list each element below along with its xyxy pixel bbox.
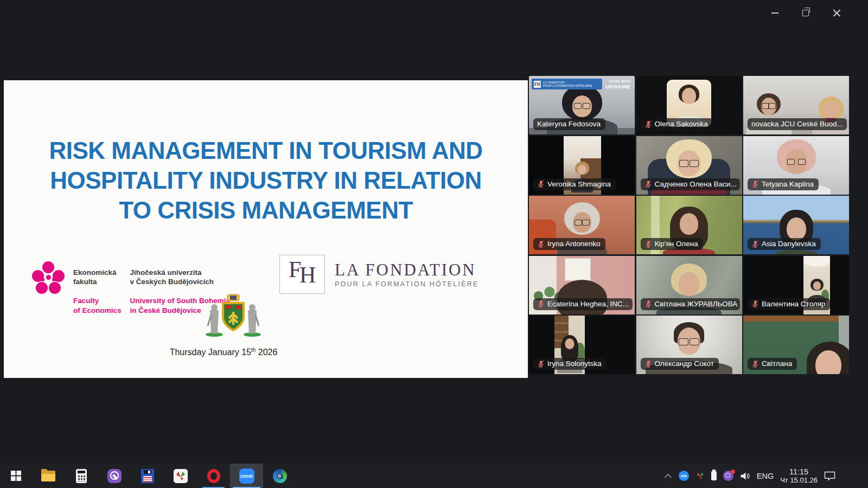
fondation-subtitle: POUR LA FORMATION HÔTELIÈRE (335, 280, 478, 288)
opera-button[interactable] (197, 464, 230, 488)
language-indicator[interactable]: ENG (757, 472, 774, 480)
start-icon (11, 471, 21, 481)
restore-icon (802, 10, 809, 16)
participant-name-tag: Світлана ЖУРАВЛЬОВА (641, 298, 740, 310)
participant-name-tag: Валентина Столяр (748, 298, 830, 310)
red-green-tray-icon[interactable] (695, 471, 705, 480)
muted-mic-icon (537, 180, 545, 188)
muted-mic-icon (537, 360, 545, 368)
participant-tile-iryna-solonytska[interactable]: Iryna Solonytska (529, 316, 635, 374)
floppy-app-icon (141, 469, 154, 483)
participant-tile-olena-sakovska[interactable]: Olena Sakovska (636, 76, 742, 134)
participant-name-tag: Ecaterina Heghea, INC... (533, 298, 633, 310)
start-button[interactable] (0, 464, 31, 488)
participant-tile-kiryan-olena[interactable]: Кір'ян Олена (636, 196, 742, 254)
participant-tile-ecaterina-heghea[interactable]: Ecaterina Heghea, INC... (529, 256, 635, 314)
close-button[interactable] (826, 5, 847, 21)
taskbar-clock[interactable]: 11:15 Чт 15.01.26 (780, 468, 818, 484)
participant-name-tag: Kateryna Fedosova (533, 118, 605, 130)
muted-mic-icon (644, 300, 652, 307)
zoom-icon: zoom (239, 468, 254, 484)
faculty-of-economics-flower-icon (32, 261, 65, 294)
red-green-fan-app-icon (174, 469, 188, 483)
participant-tile-svitlana-zhuravlova[interactable]: Світлана ЖУРАВЛЬОВА (636, 256, 742, 314)
edge-button[interactable] (263, 464, 296, 488)
fondation-title: LA FONDATION (335, 261, 478, 279)
edge-icon (273, 469, 287, 483)
tray-expand-chevron-icon[interactable] (665, 472, 672, 480)
muted-mic-icon (751, 300, 759, 307)
participant-name-tag: Садченко Олена Васи... (641, 178, 740, 190)
action-center-icon[interactable] (824, 471, 835, 481)
participant-tile-veronika-shmagina[interactable]: Veronika Shmagina (529, 136, 635, 195)
participant-tile-svitlana[interactable]: Світлана (743, 316, 849, 374)
notification-dot (731, 470, 735, 474)
participant-name-tag: Світлана (748, 358, 797, 370)
tray-time: 11:15 (789, 468, 808, 476)
file-explorer-button[interactable] (31, 464, 65, 488)
slide-title: RISK MANAGEMENT IN TOURISM AND HOSPITALI… (4, 136, 528, 225)
viber-button[interactable] (98, 464, 131, 488)
participant-tile-tetyana-kaplina[interactable]: Tetyana Kaplina (743, 136, 849, 195)
floppy-app-button[interactable] (131, 464, 164, 488)
calculator-icon (76, 469, 87, 483)
participant-grid: FH LA FONDATION POUR LA FORMATION HÔTELI… (529, 76, 849, 374)
participant-name-tag: Olena Sakovska (641, 118, 713, 130)
minimize-button[interactable] (764, 5, 786, 21)
muted-mic-icon (751, 360, 759, 368)
faculty-name: Ekonomická fakulta Faculty of Economics (73, 258, 122, 325)
fondation-banner: FH LA FONDATION POUR LA FORMATION HÔTELI… (532, 79, 602, 89)
muted-mic-icon (644, 240, 652, 248)
stand-with-ukraine-banner: STAND WITH UKRAINE (606, 79, 630, 89)
minimize-icon (771, 12, 778, 14)
participant-name-tag: Олександр Сокот (641, 358, 719, 370)
participant-tile-kateryna-fedosova[interactable]: FH LA FONDATION POUR LA FORMATION HÔTELI… (529, 76, 635, 134)
university-logo: Ekonomická fakulta Faculty of Economics … (32, 258, 230, 325)
shared-slide: RISK MANAGEMENT IN TOURISM AND HOSPITALI… (4, 80, 528, 378)
participant-tile-sadchenko[interactable]: Садченко Олена Васи... (636, 136, 742, 195)
restore-button[interactable] (795, 5, 816, 21)
participant-tile-oleksandr-sokot[interactable]: Олександр Сокот (636, 316, 742, 374)
tray-date: Чт 15.01.26 (780, 476, 818, 484)
file-explorer-icon (41, 471, 55, 481)
red-green-app-button[interactable] (164, 464, 197, 488)
muted-mic-icon (537, 300, 545, 307)
participant-name-tag: Iryna Antonenko (533, 238, 605, 250)
fondation-logo: F H LA FONDATION POUR LA FORMATION HÔTEL… (279, 255, 478, 294)
participant-name-tag: Кір'ян Олена (641, 238, 703, 250)
close-icon (833, 9, 841, 17)
participant-name-tag: Tetyana Kaplina (748, 178, 819, 190)
muted-mic-icon (644, 180, 652, 188)
participant-tile-novacka[interactable]: novacka JCU Ceské Buod... (743, 76, 849, 134)
muted-mic-icon (751, 240, 759, 248)
taskbar: zoom zm ENG 11:15 Чт 15.01.26 (0, 464, 868, 488)
zoom-tray-icon[interactable]: zm (679, 471, 689, 481)
participant-name-tag: novacka JCU Ceské Buod... (748, 118, 847, 130)
participant-name-tag: Asia Danylevska (748, 238, 821, 250)
window-controls (764, 5, 847, 21)
viber-tray-icon[interactable] (723, 471, 733, 481)
slide-date: Thursday January 15th 2026 (142, 347, 305, 357)
zoom-button[interactable]: zoom (230, 464, 263, 488)
muted-mic-icon (537, 240, 545, 248)
viber-icon (107, 469, 122, 483)
participant-name-tag: Veronika Shmagina (533, 178, 616, 190)
muted-mic-icon (751, 180, 759, 188)
participant-tile-asia-danylevska[interactable]: Asia Danylevska (743, 196, 849, 254)
muted-mic-icon (644, 120, 652, 128)
volume-icon[interactable] (740, 472, 750, 480)
usb-device-tray-icon[interactable] (711, 471, 717, 480)
calculator-button[interactable] (65, 464, 98, 488)
muted-mic-icon (644, 360, 652, 368)
participant-tile-iryna-antonenko[interactable]: Iryna Antonenko (529, 196, 635, 254)
coat-of-arms-icon (203, 293, 263, 340)
participant-name-tag: Iryna Solonytska (533, 358, 607, 370)
fh-monogram-icon: F H (279, 255, 325, 294)
participant-tile-valentyna-stolyar[interactable]: Валентина Столяр (743, 256, 849, 314)
opera-icon (207, 469, 220, 483)
